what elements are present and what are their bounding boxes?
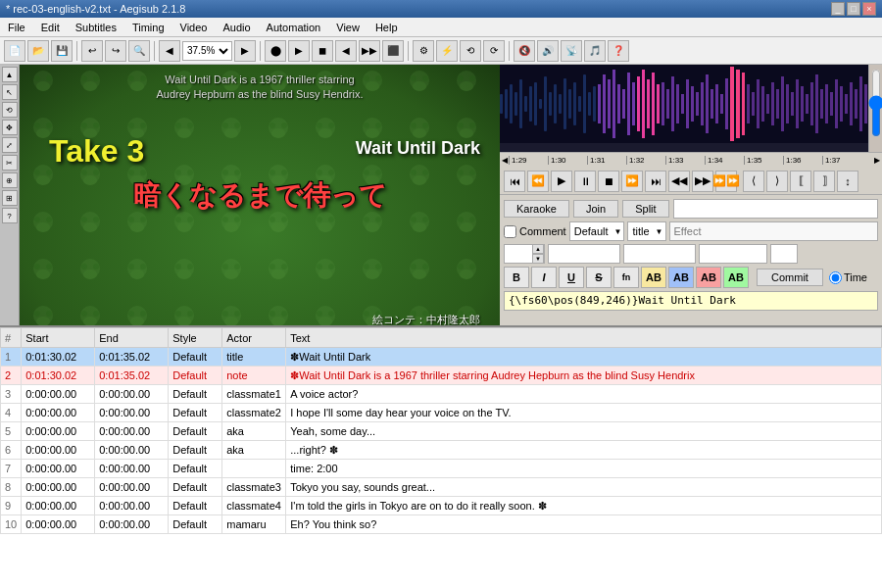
transport-extra-2[interactable]: ⟩ [766,171,788,192]
format-italic[interactable]: I [531,267,557,288]
comment-checkbox[interactable] [504,225,516,238]
commit-button[interactable]: Commit [757,269,823,286]
tb-v2[interactable]: ▶ [288,40,310,62]
menu-automation[interactable]: Automation [259,20,329,35]
col-header-end[interactable]: End [95,328,169,348]
tb-a3[interactable]: ⟲ [460,40,481,62]
sidebar-clip[interactable]: ✂ [2,155,18,171]
tb-find[interactable]: 🔍 [128,40,150,62]
transport-extra-5[interactable]: ↕ [837,171,858,192]
tb-undo[interactable]: ↩ [81,40,103,62]
sidebar-scale[interactable]: ⤢ [2,137,18,153]
tb-b3[interactable]: 📡 [561,40,582,62]
tb-a1[interactable]: ⚙ [413,40,434,62]
end-time-input[interactable]: 0:01:35.02 [623,244,696,264]
table-row[interactable]: 90:00:00.000:00:00.00Defaultclassmate4I'… [1,497,882,515]
menu-video[interactable]: Video [172,20,216,35]
menu-file[interactable]: File [0,20,33,35]
sidebar-cursor[interactable]: ↖ [2,84,18,100]
zoom-select[interactable]: 37.5% 50% 75% 100% [182,41,232,61]
transport-play-prev[interactable]: ⏪ [527,171,549,192]
table-row[interactable]: 100:00:00.000:00:00.00DefaultmamaruEh? Y… [1,515,882,534]
tb-a4[interactable]: ⟳ [483,40,505,62]
tb-open[interactable]: 📂 [27,40,49,62]
format-color3[interactable]: AB [696,267,721,288]
menu-timing[interactable]: Timing [124,20,172,35]
transport-pause[interactable]: ⏸ [574,171,596,192]
transport-play[interactable]: ▶ [551,171,572,192]
style-select-wrapper[interactable]: Default ▼ [569,221,625,241]
effect-input[interactable] [669,221,878,241]
sidebar-zoom[interactable]: ⊞ [2,190,18,206]
tb-new[interactable]: 📄 [4,40,25,62]
close-button[interactable]: × [862,2,876,16]
transport-prev-sub[interactable]: ◀◀ [668,171,690,192]
minimize-button[interactable]: _ [831,2,845,16]
transport-skip-start[interactable]: ⏮ [504,171,525,192]
margin-input[interactable]: 0 [770,244,798,264]
menu-subtitles[interactable]: Subtitles [68,20,124,35]
menu-edit[interactable]: Edit [33,20,68,35]
table-row[interactable]: 70:00:00.000:00:00.00Defaulttime: 2:00 [1,460,882,478]
menu-audio[interactable]: Audio [215,20,258,35]
tb-v1[interactable]: ⬤ [265,40,286,62]
transport-stop[interactable]: ⏹ [598,171,619,192]
join-button[interactable]: Join [573,200,618,218]
maximize-button[interactable]: □ [847,2,860,16]
tb-redo[interactable]: ↪ [105,40,126,62]
transport-skip-end[interactable]: ⏭ [645,171,666,192]
layer-up[interactable]: ▲ [532,244,544,254]
col-header-actor[interactable]: Actor [222,328,286,348]
tb-b5[interactable]: ❓ [608,40,629,62]
tb-b2[interactable]: 🔊 [537,40,559,62]
transport-extra-4[interactable]: ⟧ [813,171,835,192]
menu-view[interactable]: View [328,20,368,35]
table-row[interactable]: 80:00:00.000:00:00.00Defaultclassmate3To… [1,478,882,497]
layer-input[interactable]: 0 [505,245,532,263]
start-time-input[interactable]: 0:01:30.02 [548,244,620,264]
format-strikethrough[interactable]: S [586,267,612,288]
format-bold[interactable]: B [504,267,529,288]
karaoke-button[interactable]: Karaoke [504,200,569,218]
time-radio-input[interactable] [829,271,842,284]
col-header-style[interactable]: Style [169,328,222,348]
menu-help[interactable]: Help [368,20,406,35]
col-header-start[interactable]: Start [22,328,95,348]
split-button[interactable]: Split [622,200,668,218]
actor-dropdown-arrow[interactable]: ▼ [654,227,665,236]
col-header-text[interactable]: Text [286,328,882,348]
sidebar-drag[interactable]: ✥ [2,120,18,135]
table-row[interactable]: 10:01:30.020:01:35.02Defaulttitle✽Wait U… [1,348,882,367]
table-row[interactable]: 30:00:00.000:00:00.00Defaultclassmate1A … [1,385,882,404]
tb-a2[interactable]: ⚡ [436,40,458,62]
tb-v6[interactable]: ⬛ [382,40,404,62]
style-dropdown-arrow[interactable]: ▼ [612,227,624,236]
transport-extra-3[interactable]: ⟦ [790,171,811,192]
sidebar-move[interactable]: ⊕ [2,172,18,188]
sidebar-rotate[interactable]: ⟲ [2,102,18,118]
format-color4[interactable]: AB [723,267,749,288]
duration-input[interactable]: 0:00:05.00 [699,244,767,264]
volume-slider[interactable] [871,69,881,137]
tb-save[interactable]: 💾 [51,40,73,62]
audio-waveform[interactable] [500,65,882,152]
col-header-num[interactable]: # [1,328,22,348]
transport-play-next[interactable]: ⏩ [621,171,643,192]
format-font[interactable]: fn [613,267,639,288]
tb-v4[interactable]: ◀ [335,40,357,62]
zoom-in[interactable]: ▶ [234,40,256,62]
tb-v3[interactable]: ◼ [312,40,333,62]
tb-b1[interactable]: 🔇 [514,40,535,62]
actor-select-wrapper[interactable]: title ▼ [627,221,665,241]
transport-fast-fwd[interactable]: ⏩⏩ [715,171,737,192]
transport-next-sub[interactable]: ▶▶ [692,171,713,192]
table-row[interactable]: 40:00:00.000:00:00.00Defaultclassmate2I … [1,404,882,422]
tb-v5[interactable]: ▶▶ [359,40,380,62]
table-row[interactable]: 60:00:00.000:00:00.00Defaultaka...right?… [1,441,882,460]
table-row[interactable]: 20:01:30.020:01:35.02Defaultnote✽Wait Un… [1,367,882,385]
zoom-out[interactable]: ◀ [159,40,180,62]
table-row[interactable]: 50:00:00.000:00:00.00DefaultakaYeah, som… [1,422,882,441]
kjs-text-input[interactable] [673,199,878,219]
format-color2[interactable]: AB [668,267,694,288]
transport-extra-1[interactable]: ⟨ [743,171,764,192]
